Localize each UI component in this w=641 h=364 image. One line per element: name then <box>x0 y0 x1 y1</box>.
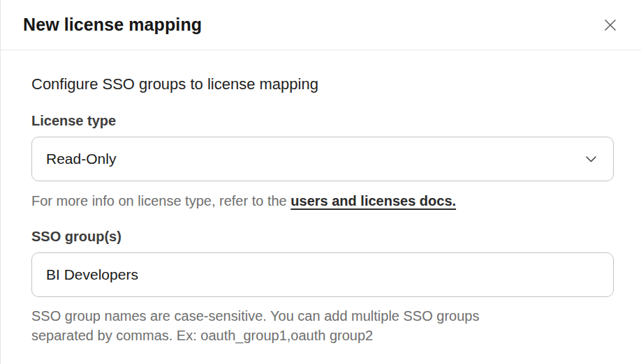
license-type-label: License type <box>31 112 613 130</box>
license-type-selected-value: Read-Only <box>46 151 116 167</box>
sso-groups-helper-text: SSO group names are case-sensitive. You … <box>31 306 613 345</box>
field-group-sso-groups: SSO group(s) SSO group names are case-se… <box>31 227 613 345</box>
field-group-license-type: License type Read-Only For more info on … <box>31 112 613 211</box>
sso-groups-label: SSO group(s) <box>31 227 613 245</box>
license-type-select[interactable]: Read-Only <box>31 137 614 181</box>
sso-groups-input[interactable] <box>46 266 596 283</box>
modal-body: Configure SSO groups to license mapping … <box>1 50 641 345</box>
chevron-down-icon <box>586 156 596 162</box>
sso-groups-helper-line1: SSO group names are case-sensitive. You … <box>31 306 613 326</box>
modal-header: New license mapping <box>1 0 641 50</box>
close-icon <box>603 18 617 32</box>
license-type-helper-prefix: For more info on license type, refer to … <box>31 193 290 208</box>
section-heading: Configure SSO groups to license mapping <box>31 74 613 95</box>
sso-groups-input-wrapper <box>31 252 614 297</box>
modal-title: New license mapping <box>23 15 202 35</box>
sso-groups-helper-line2: separated by commas. Ex: oauth_group1,oa… <box>31 326 613 345</box>
close-button[interactable] <box>601 15 620 35</box>
license-type-helper-text: For more info on license type, refer to … <box>31 191 613 211</box>
users-and-licenses-docs-link[interactable]: users and licenses docs. <box>290 193 456 208</box>
new-license-mapping-modal: New license mapping Configure SSO groups… <box>0 0 641 364</box>
